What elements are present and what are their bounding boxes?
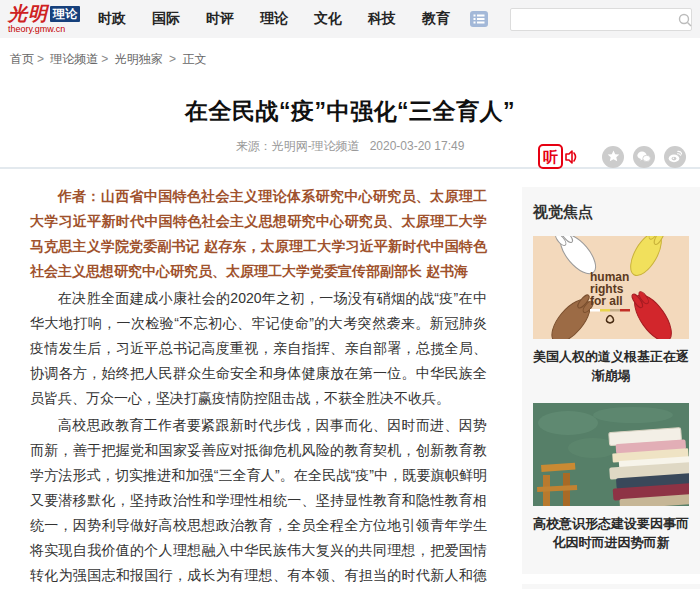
share-buttons [602,146,686,168]
breadcrumb-separator: > [37,52,44,66]
listen-label: 听 [538,144,563,169]
nav-item-tech[interactable]: 科技 [368,10,396,28]
nav-item-theory[interactable]: 理论 [260,10,288,28]
human-rights-illustration[interactable]: human rights for all [533,236,689,339]
nav-item-politics[interactable]: 时政 [98,10,126,28]
focus-caption[interactable]: 高校意识形态建设要因事而化因时而进因势而新 [533,514,689,552]
breadcrumb-theory-channel[interactable]: 理论频道 [50,52,98,66]
visual-focus-item[interactable]: 高校意识形态建设要因事而化因时而进因势而新 [533,403,689,552]
wechat-icon[interactable] [633,146,655,168]
site-logo[interactable]: 光明 理论 theory.gmw.cn [8,4,80,34]
sound-wave-icon [564,147,578,167]
hot-articles-box: 最热文章 疫情防控彰显中国特色社会主义制度优势 [522,584,700,589]
logo-brand-text: 光明 [8,4,48,23]
sidebar: 视觉焦点 [522,169,700,589]
breadcrumb-current: 正文 [182,52,206,66]
nav-item-commentary[interactable]: 时评 [206,10,234,28]
qzone-star-icon[interactable] [602,146,624,168]
breadcrumb-home[interactable]: 首页 [10,52,34,66]
logo-channel-badge: 理论 [50,6,80,22]
main-nav: 时政 国际 时评 理论 文化 科技 教育 [98,10,450,28]
weibo-icon[interactable] [664,146,686,168]
books-chalkboard-photo[interactable] [533,403,689,506]
breadcrumb-separator: > [101,52,108,66]
listen-audio-button[interactable]: 听 [538,144,578,169]
search-icon[interactable] [678,13,692,27]
list-menu-icon[interactable] [470,11,488,27]
visual-focus-title: 视觉焦点 [533,203,689,222]
article-header: 在全民战“疫”中强化“三全育人” 来源：光明网-理论频道2020-03-20 1… [0,96,700,169]
visual-focus-item[interactable]: human rights for all 美国人权的道义根基正在逐渐崩塌 [533,236,689,385]
focus-caption[interactable]: 美国人权的道义根基正在逐渐崩塌 [533,347,689,385]
visual-focus-box: 视觉焦点 [522,187,700,574]
source-label: 来源： [236,139,272,153]
article-body: 作者：山西省中国特色社会主义理论体系研究中心研究员、太原理工大学习近平新时代中国… [0,169,497,589]
site-header: 光明 理论 theory.gmw.cn 时政 国际 时评 理论 文化 科技 教育 [0,0,700,38]
nav-item-education[interactable]: 教育 [422,10,450,28]
nav-item-international[interactable]: 国际 [152,10,180,28]
author-paragraph: 作者：山西省中国特色社会主义理论体系研究中心研究员、太原理工大学习近平新时代中国… [30,184,487,284]
article-title: 在全民战“疫”中强化“三全育人” [0,96,700,127]
publish-datetime: 2020-03-20 17:49 [370,139,465,153]
article-paragraph: 在决胜全面建成小康社会的2020年之初，一场没有硝烟的战“疫”在中华大地打响，一… [30,286,487,411]
svg-text:for all: for all [590,294,623,308]
source-name: 光明网-理论频道 [272,139,360,153]
content-area: 作者：山西省中国特色社会主义理论体系研究中心研究员、太原理工大学习近平新时代中国… [0,169,700,589]
article-tools: 听 [538,144,686,169]
breadcrumb-gm-exclusive[interactable]: 光明独家 [115,52,163,66]
nav-item-culture[interactable]: 文化 [314,10,342,28]
search-input[interactable] [511,9,678,30]
logo-site-url: theory.gmw.cn [8,25,80,34]
breadcrumb-separator: > [169,52,176,66]
article-paragraph: 高校思政教育工作者要紧跟新时代步伐，因事而化、因时而进、因势而新，善于把握党和国… [30,413,487,589]
breadcrumb: 首页> 理论频道> 光明独家 > 正文 [0,38,700,68]
search-box [510,8,692,31]
